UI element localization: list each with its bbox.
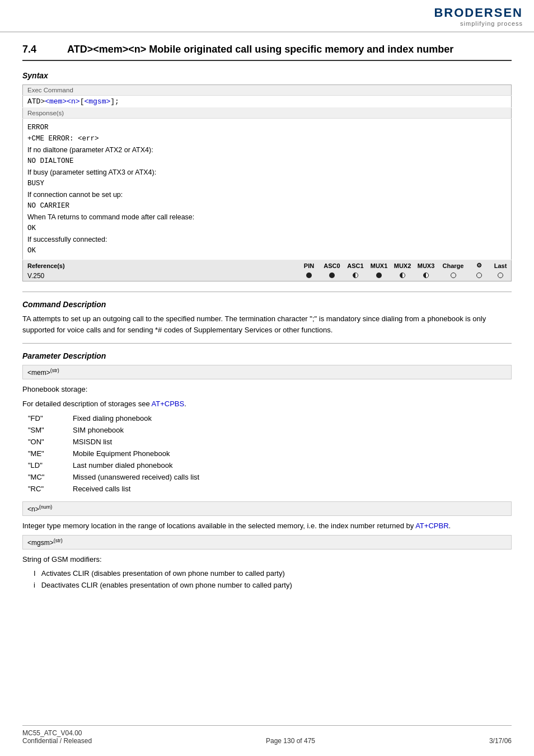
param-value: MSISDN list: [67, 436, 316, 448]
n-param-desc-suffix: .: [449, 522, 451, 530]
resp-ok1: OK: [27, 223, 507, 234]
exec-command-code-row: ATD><mem><n>[<mgsm>];: [23, 96, 512, 108]
col-charge-header: Charge: [438, 260, 469, 271]
mux2-indicator: [400, 273, 405, 278]
ref-table: Reference(s) PIN ASC0 ASC1 MUX1 MUX2 MUX…: [23, 260, 511, 281]
last-indicator: [498, 273, 503, 278]
response-code: ERROR +CME ERROR: <err> If no dialtone (…: [23, 119, 512, 260]
list-item: "RC"Received calls list: [22, 483, 316, 495]
ref-asc1: [344, 271, 367, 281]
param-value: Last number dialed phonebook: [67, 459, 316, 471]
ref-charge: [438, 271, 469, 281]
page-header: BRODERSEN simplifying process: [0, 0, 534, 32]
resp-no-dialtone: NO DIALTONE: [27, 156, 507, 167]
n-param-box: <n>(num): [22, 501, 512, 516]
resp-error: ERROR: [27, 122, 507, 133]
resp-ok2: OK: [27, 245, 507, 256]
divider1: [22, 292, 512, 292]
param-value: SIM phonebook: [67, 424, 316, 436]
param-value: Fixed dialing phonebook: [67, 412, 316, 424]
response-code-row: ERROR +CME ERROR: <err> If no dialtone (…: [23, 119, 512, 260]
param-key: "LD": [22, 459, 67, 471]
divider2: [22, 343, 512, 344]
n-param-link[interactable]: AT+CPBR: [415, 522, 448, 530]
mux1-indicator: [376, 273, 382, 278]
mem-param-desc2-prefix: For detailed description of storages see: [22, 400, 152, 408]
mgsm-param-box: <mgsm>(str): [22, 535, 512, 550]
lasticon-indicator: [476, 273, 482, 278]
mux3-indicator: [423, 273, 429, 278]
mem-param-super: (str): [50, 368, 59, 373]
footer-left-line1: MC55_ATC_V04.00: [22, 729, 92, 737]
footer-left: MC55_ATC_V04.00 Confidential / Released: [22, 729, 92, 745]
param-value: Received calls list: [67, 483, 316, 495]
ref-mux2: [391, 271, 414, 281]
n-param-desc: Integer type memory location in the rang…: [22, 520, 512, 532]
ref-lasticon: [469, 271, 490, 281]
ref-asc0: [320, 271, 344, 281]
col-asc1-header: ASC1: [344, 260, 367, 271]
ref-last: [490, 271, 511, 281]
param-value: Mobile Equipment Phonebook: [67, 448, 316, 459]
ref-header-row: Reference(s) PIN ASC0 ASC1 MUX1 MUX2 MUX…: [23, 260, 511, 271]
param-key: "ME": [22, 448, 67, 459]
n-param-name: <n>(num): [27, 505, 52, 513]
col-mux1-header: MUX1: [367, 260, 391, 271]
list-item: "FD"Fixed dialing phonebook: [22, 412, 316, 424]
mem-param-desc2: For detailed description of storages see…: [22, 398, 512, 410]
n-param-desc-prefix: Integer type memory location in the rang…: [22, 522, 415, 530]
col-last-header: Last: [490, 260, 511, 271]
resp-success-cond: If successfully connected:: [27, 234, 507, 245]
mem-param-link[interactable]: AT+CPBS: [152, 400, 185, 408]
footer-right: 3/17/06: [489, 737, 512, 745]
col-mux3-header: MUX3: [414, 260, 438, 271]
ref-pin: [298, 271, 320, 281]
param-value: Missed (unanswered received) calls list: [67, 471, 316, 483]
mgsm-param-name: <mgsm>(str): [27, 539, 63, 547]
mem-param-desc1: Phonebook storage:: [22, 384, 512, 395]
col-mux2-header: MUX2: [391, 260, 414, 271]
mem-param-box: <mem>(str): [22, 365, 512, 379]
resp-no-carrier-cond: If connection cannot be set up:: [27, 189, 507, 200]
footer-center: Page 130 of 475: [266, 737, 315, 745]
list-item: "ME"Mobile Equipment Phonebook: [22, 448, 316, 459]
list-item: "ON"MSISDN list: [22, 436, 316, 448]
exec-command-code: ATD><mem><n>[<mgsm>];: [23, 96, 512, 108]
response-label-row: Response(s): [23, 108, 512, 119]
page-content: 7.4 ATD><mem><n> Mobile originated call …: [0, 32, 534, 613]
col-pin-header: PIN: [298, 260, 320, 271]
mgsm-param-list: I Activates CLIR (disables presentation …: [34, 568, 512, 591]
exec-command-label-row: Exec Command: [23, 85, 512, 96]
col-asc0-header: ASC0: [320, 260, 344, 271]
page-footer: MC55_ATC_V04.00 Confidential / Released …: [22, 725, 512, 745]
mem-value-table: "FD"Fixed dialing phonebook"SM"SIM phone…: [22, 412, 316, 495]
mgsm-param-desc: String of GSM modifiers:: [22, 554, 512, 565]
param-key: "FD": [22, 412, 67, 424]
asc1-indicator: [353, 273, 358, 278]
section-title: ATD><mem><n> Mobile originated call usin…: [67, 44, 453, 55]
mem-param-desc2-suffix: .: [184, 400, 186, 408]
list-item: "LD"Last number dialed phonebook: [22, 459, 316, 471]
pin-indicator: [306, 273, 312, 278]
logo: BRODERSEN simplifying process: [434, 6, 523, 27]
command-desc-label: Command Description: [22, 300, 512, 309]
list-item: "SM"SIM phonebook: [22, 424, 316, 436]
command-desc-text: TA attempts to set up an outgoing call t…: [22, 313, 512, 335]
section-heading: 7.4 ATD><mem><n> Mobile originated call …: [22, 44, 512, 61]
resp-busy: BUSY: [27, 178, 507, 189]
ref-value: V.250: [23, 271, 298, 281]
logo-text: BRODERSEN: [434, 6, 523, 20]
list-item: I Activates CLIR (disables presentation …: [34, 568, 512, 580]
ref-mux1: [367, 271, 391, 281]
param-key: "MC": [22, 471, 67, 483]
list-item: i Deactivates CLIR (enables presentation…: [34, 580, 512, 591]
param-key: "SM": [22, 424, 67, 436]
col-lasticon-header: ⚙: [469, 260, 490, 271]
list-item: "MC"Missed (unanswered received) calls l…: [22, 471, 316, 483]
param-key: "RC": [22, 483, 67, 495]
ref-header-label: Reference(s): [23, 260, 298, 271]
resp-busy-cond: If busy (parameter setting ATX3 or ATX4)…: [27, 167, 507, 178]
ref-mux3: [414, 271, 438, 281]
param-desc-label: Parameter Description: [22, 351, 512, 360]
response-label: Response(s): [23, 108, 512, 119]
